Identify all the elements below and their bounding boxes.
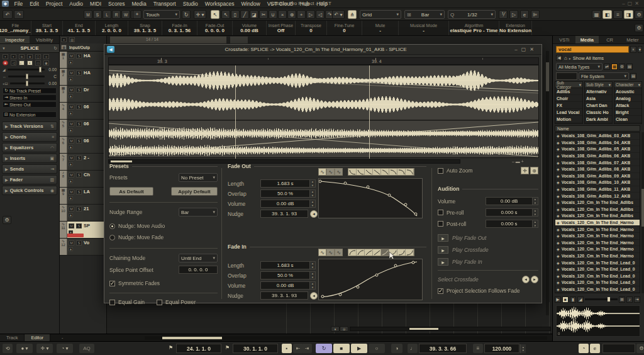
record-button[interactable]: ○ — [369, 344, 385, 353]
midi-out-activity-icon[interactable]: e — [590, 344, 600, 353]
fade-field-input[interactable]: 1.683 s▴▾ — [260, 261, 316, 269]
tool-icon[interactable]: ⊕ — [287, 10, 296, 19]
spline-curve-icon[interactable]: ∿ — [318, 168, 326, 176]
as-default-button[interactable]: As Default — [109, 187, 153, 196]
track-solo-button[interactable]: S — [76, 206, 82, 211]
zoom-tool-icon[interactable]: ⊕ — [530, 167, 538, 174]
midi-in-activity-icon[interactable]: ◔ — [579, 344, 589, 353]
pre-roll-field[interactable]: 0.000 s▴▾ — [486, 208, 538, 217]
track-mute-button[interactable]: M — [69, 104, 74, 110]
marker-field[interactable] — [602, 344, 635, 353]
splice-offset-field[interactable]: 0. 0. 0. 0 — [179, 266, 218, 274]
breadcrumb[interactable]: Show All Items — [573, 55, 604, 61]
input-routing-field[interactable]: ⇥Stereo In — [3, 94, 57, 101]
edit-cursor-line[interactable] — [369, 65, 370, 159]
track-row[interactable]: ♪ 8 M S Ch ● — [60, 171, 106, 188]
filter-column-header[interactable]: Sub Categor▾ — [555, 82, 582, 88]
splice-cursor-line[interactable] — [235, 65, 236, 159]
track-mute-button[interactable]: M — [69, 54, 74, 59]
track-record-icon[interactable]: ● — [69, 60, 73, 64]
chaining-mode-dropdown[interactable]: Until End▾ — [179, 254, 218, 262]
preview-volume-icon[interactable]: ◢ — [577, 296, 584, 303]
play-icon[interactable]: ▶ — [438, 246, 448, 254]
preview-pause-icon[interactable]: ▮ — [570, 296, 576, 303]
track-solo-button[interactable]: S — [76, 138, 82, 144]
track-record-icon[interactable]: ● — [69, 94, 73, 98]
track-solo-button[interactable]: S — [76, 223, 82, 228]
editor-v-scrollbar-thumb[interactable] — [546, 62, 549, 91]
track-solo-button[interactable]: S — [76, 189, 82, 194]
menu-item[interactable]: Workspaces — [201, 1, 238, 7]
fade-in-curve-display[interactable] — [318, 259, 423, 300]
media-file-row[interactable]: ◈ Vocals_120_Cm_In The End_Harmo — [555, 253, 640, 260]
lane-display-icon[interactable]: ▭ — [35, 60, 41, 65]
inspector-section[interactable]: ▶ Chords ≡ — [2, 132, 57, 142]
fixed-lengths-icon[interactable]: ⊫ — [531, 10, 540, 19]
linear-curve-icon[interactable]: ∿ — [335, 249, 343, 256]
track-mute-button[interactable]: M — [69, 172, 74, 178]
fade-out-curve-display[interactable] — [318, 178, 423, 218]
track-row-body[interactable]: M S Vo ● — [67, 239, 106, 255]
track-mute-button[interactable]: M — [69, 138, 74, 144]
track-row-body[interactable]: M S HA ● — [67, 69, 106, 85]
track-solo-button[interactable]: S — [76, 70, 82, 76]
media-file-row[interactable]: ◈ Vocals_120_Cm_In The End_Adlibs — [555, 213, 640, 220]
filter-item[interactable]: Asia — [585, 95, 612, 102]
track-filter-icon[interactable]: ▤ — [69, 37, 75, 42]
editor-h-scrollbar-thumb[interactable] — [409, 328, 438, 330]
project-selection-row[interactable]: Project Selection Follows Fade — [438, 288, 538, 294]
checkbox-icon[interactable] — [109, 300, 115, 305]
media-file-row[interactable]: ◈ Vocals_108_G#m_Adlibs_09_AKB — [555, 173, 640, 180]
preview-waveform[interactable]: 0 — [556, 305, 640, 337]
tempo-track-icon[interactable]: ≡ — [473, 344, 483, 353]
checkbox-icon[interactable] — [438, 288, 443, 294]
spinner-icon[interactable]: ▴▾ — [309, 272, 315, 279]
quantize-dropdown[interactable]: Q1/32▾ — [448, 10, 496, 19]
spinner-icon[interactable]: ▴▾ — [532, 220, 538, 227]
primary-time-format-icon[interactable]: ♩ — [408, 344, 418, 353]
stop-button[interactable]: ■ — [333, 344, 350, 353]
volume-slider-handle[interactable] — [39, 67, 42, 72]
rack-tab[interactable]: CR — [599, 36, 621, 43]
search-options-icon[interactable]: ▾ — [638, 46, 642, 53]
rack-tab[interactable]: Media — [575, 36, 598, 43]
media-file-row[interactable]: ◈ Vocals_120_Cm_In The End_Lead_0 — [555, 259, 640, 266]
menu-item[interactable]: File — [11, 1, 26, 7]
dialog-window-buttons[interactable]: –▢✕ — [514, 47, 538, 52]
menu-item[interactable]: Edit — [26, 1, 43, 7]
nudge-move-audio-option[interactable]: Nudge: Move Audio — [109, 223, 218, 229]
info-line-gear-icon[interactable]: ⚙ — [635, 24, 643, 32]
track-row-body[interactable]: M S HA ● — [67, 52, 106, 68]
checkbox-icon[interactable] — [438, 221, 443, 227]
checkbox-icon[interactable] — [157, 300, 162, 305]
track-mute-button[interactable]: M — [69, 189, 74, 194]
preview-loop-icon[interactable]: ⊞ — [619, 296, 625, 303]
track-row[interactable]: ▦ 1 M S HA ● — [60, 52, 106, 69]
filter-item[interactable]: Attack — [614, 102, 641, 109]
automation-button[interactable]: M — [84, 10, 92, 19]
spinner-icon[interactable]: ▴▾ — [309, 282, 315, 289]
fade-curve-preset-icon[interactable] — [357, 169, 365, 175]
symmetric-fades-option[interactable]: Symmetric Fades — [109, 280, 218, 286]
automation-button[interactable]: W — [121, 10, 130, 19]
presets-dropdown[interactable]: No Preset▾ — [179, 173, 218, 182]
track-record-icon[interactable]: ● — [69, 196, 73, 200]
track-record-icon[interactable]: ● — [69, 162, 73, 166]
track-row-body[interactable]: M S 06 ● — [67, 137, 106, 153]
track-row-body[interactable]: M S 2 - ● — [67, 154, 106, 170]
media-file-row[interactable]: ◈ Vocals_120_Cm_In The End_Adlibs — [555, 206, 640, 213]
name-column-header[interactable]: Name — [555, 125, 640, 132]
right-locator-field[interactable]: 30. 1. 1. 0 — [233, 344, 278, 353]
rotate-icon[interactable]: ↻ — [182, 10, 191, 19]
editor-name-dropdown[interactable]: - — [62, 335, 63, 340]
track-record-icon[interactable]: ● — [69, 247, 73, 251]
filter-item[interactable]: Dark Ambi — [585, 116, 612, 123]
fade-field-input[interactable]: 50.0 %▴▾ — [260, 271, 316, 279]
nudge-left-icon[interactable]: ◂ — [310, 292, 318, 300]
add-track-icon[interactable]: + — [61, 37, 67, 42]
track-row[interactable]: ∿ 12 M S Vo ● — [60, 239, 106, 256]
automation-button[interactable]: R — [112, 10, 121, 19]
list-view-icon[interactable]: ▤ — [626, 64, 633, 70]
track-row-body[interactable]: M S 06 ● — [67, 120, 106, 136]
spinner-icon[interactable]: ▴▾ — [309, 180, 315, 187]
